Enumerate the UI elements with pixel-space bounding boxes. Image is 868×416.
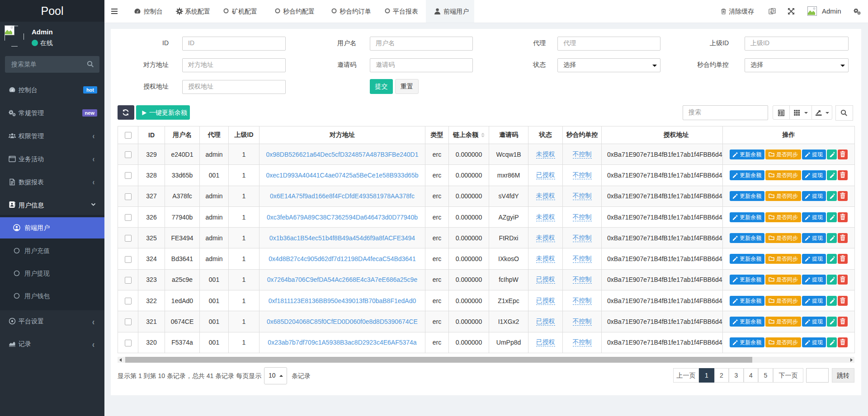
svg-text:文: 文: [772, 9, 775, 13]
